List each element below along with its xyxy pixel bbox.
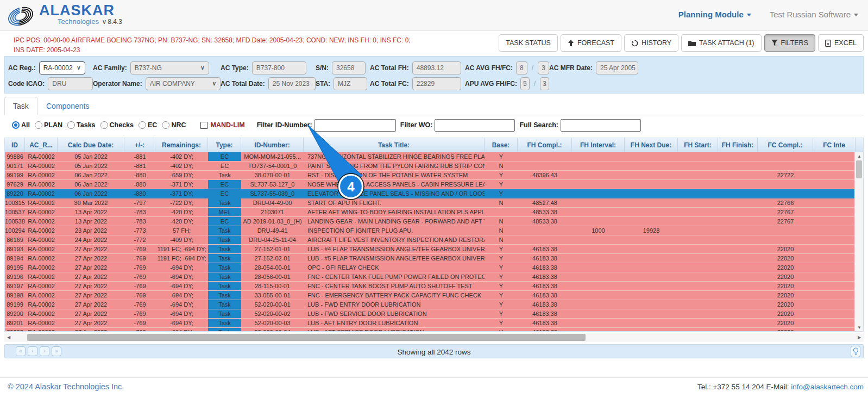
value-input[interactable]: DRU: [48, 77, 93, 90]
table-row[interactable]: 89195RA-0000227 Apr 2022-769-694 DY;Task…: [5, 263, 863, 272]
column-header-id-number[interactable]: ID-Number:: [241, 138, 304, 152]
table-row[interactable]: 97629RA-0000206 Jan 2022-880-371 DY;ECSL…: [5, 180, 863, 189]
task-attach-1-button[interactable]: TASK ATTACH (1): [681, 34, 761, 52]
column-header-fh-finish[interactable]: FH Finish:: [718, 138, 758, 152]
tab-task[interactable]: Task: [4, 97, 37, 115]
row-count-text: Showing all 2042 rows: [5, 345, 863, 359]
table-row[interactable]: 89196RA-0000227 Apr 2022-769-694 DY;Task…: [5, 272, 863, 282]
cell: Y: [485, 180, 518, 189]
column-header-calc-due-date[interactable]: Calc Due Date:: [58, 138, 124, 152]
filter-wo-input[interactable]: [435, 119, 515, 132]
radio-checks[interactable]: Checks: [100, 121, 134, 129]
table-row[interactable]: 86169RA-0000224 Apr 2022-772-409 DY;Task…: [5, 235, 863, 245]
column-header-fh-interval[interactable]: FH Interval:: [572, 138, 625, 152]
cell: [572, 198, 625, 207]
cell: -694 DY;: [155, 282, 208, 290]
value-input[interactable]: MJZ: [334, 77, 367, 90]
column-header-fc-compl[interactable]: FC Compl.:: [758, 138, 813, 152]
vertical-scrollbar[interactable]: ▲ ▼: [854, 152, 863, 331]
table-row[interactable]: 100538RA-0000213 Apr 2022-783-420 DY;ECA…: [5, 217, 863, 226]
dropdown[interactable]: RA-00002∨: [39, 61, 85, 74]
table-row[interactable]: 89199RA-0000227 Apr 2022-769-694 DY;Task…: [5, 300, 863, 309]
filters-button[interactable]: FILTERS: [764, 34, 815, 52]
email-link[interactable]: info@alaskartech.com: [791, 383, 864, 391]
table-row[interactable]: 89220RA-0000206 Jan 2022-880-371 DY;ECSL…: [5, 189, 863, 198]
radio-ec[interactable]: EC: [139, 121, 157, 129]
mand-lim-checkbox[interactable]: MAND-LIM: [200, 121, 244, 129]
tab-components[interactable]: Components: [38, 97, 97, 115]
full-search-input[interactable]: [561, 119, 641, 132]
table-row[interactable]: 89198RA-0000227 Apr 2022-769-694 DY;Task…: [5, 291, 863, 300]
column-header-id[interactable]: ID: [5, 138, 25, 152]
radio-all[interactable]: All: [12, 121, 30, 129]
column-header-fh-next-due[interactable]: FH Next Due:: [625, 138, 678, 152]
value-input[interactable]: 3: [540, 77, 549, 90]
value-input[interactable]: 48893.12: [412, 61, 461, 74]
scroll-right-icon[interactable]: ▶: [855, 333, 864, 342]
table-row[interactable]: 99199RA-0000206 Jan 2022-880-659 DY;Task…: [5, 171, 863, 180]
dropdown[interactable]: AIR COMPANY∨: [146, 77, 221, 90]
task-status-button[interactable]: TASK STATUS: [499, 34, 558, 52]
filter-id-input[interactable]: [315, 119, 396, 132]
planning-module-menu[interactable]: Planning Module: [678, 10, 751, 19]
excel-button[interactable]: xEXCEL: [818, 34, 864, 52]
cell: 27 Apr 2022: [58, 300, 124, 309]
value-input[interactable]: 5: [520, 77, 530, 90]
hint-button[interactable]: [851, 346, 860, 357]
column-header-fh-start[interactable]: FH Start:: [678, 138, 718, 152]
value-input[interactable]: 22829: [412, 77, 461, 90]
column-header-ac-r[interactable]: AC_R...: [25, 138, 58, 152]
table-row[interactable]: 89201RA-0000227 Apr 2022-769-694 DY;Task…: [5, 319, 863, 328]
table-row[interactable]: 89197RA-0000227 Apr 2022-769-694 DY;Task…: [5, 282, 863, 291]
cell: [758, 235, 813, 244]
column-header-remainings[interactable]: Remainings:: [155, 138, 208, 152]
cell: -409 DY;: [155, 235, 208, 244]
table-row[interactable]: 99886RA-0000205 Jan 2022-881-402 DY;ECMO…: [5, 152, 863, 161]
cell: [572, 291, 625, 300]
chevron-down-icon: ∨: [77, 65, 80, 71]
value-input[interactable]: 8: [516, 61, 527, 74]
table-row[interactable]: 100537RA-0000213 Apr 2022-783-420 DY;MEL…: [5, 208, 863, 217]
scroll-left-icon[interactable]: ◀: [4, 333, 13, 342]
value-input[interactable]: 25 Nov 2023: [268, 77, 316, 90]
radio-plan[interactable]: PLAN: [35, 121, 62, 129]
history-button[interactable]: HISTORY: [624, 34, 678, 52]
scroll-down-icon[interactable]: ▼: [855, 324, 864, 331]
table-row[interactable]: 89202RA-0000227 Apr 2022-769-694 DY;Task…: [5, 328, 863, 331]
horizontal-scrollbar[interactable]: ◀ ▶: [4, 333, 864, 342]
horizontal-scroll-thumb[interactable]: [27, 334, 586, 341]
table-row[interactable]: 90171RA-0000205 Jan 2022-881-402 DY;ECTO…: [5, 161, 863, 171]
column-header-fc-inte[interactable]: FC Inte: [813, 138, 856, 152]
vertical-scroll-thumb[interactable]: [856, 160, 862, 178]
cell: 90171: [5, 161, 25, 170]
cell: -880: [124, 189, 155, 198]
cell: [572, 309, 625, 318]
dropdown[interactable]: B737-NG∨: [130, 61, 209, 74]
value-input[interactable]: 32658: [332, 61, 366, 74]
table-row[interactable]: 89193RA-0000227 Apr 2022-7691191 FC; -69…: [5, 245, 863, 254]
radio-nrc[interactable]: NRC: [162, 121, 186, 129]
value-input[interactable]: B737-800: [252, 61, 306, 74]
column-header-type[interactable]: Type:: [208, 138, 241, 152]
value-input[interactable]: 3: [538, 61, 549, 74]
table-row[interactable]: 89200RA-0000227 Apr 2022-769-694 DY;Task…: [5, 309, 863, 319]
cell: EC: [208, 180, 241, 189]
table-row[interactable]: 100315RA-0000230 Mar 2022-797-722 DY;Tas…: [5, 198, 863, 208]
forecast-button[interactable]: FORECAST: [561, 34, 621, 52]
value-input[interactable]: 25 Apr 2005: [596, 61, 638, 74]
field-label: APU AVG FH/FC:: [465, 80, 517, 88]
table-row[interactable]: 100294RA-0000223 Apr 2022-77357 FH;TaskD…: [5, 226, 863, 235]
cell: -797: [124, 198, 155, 207]
cell: Y: [485, 263, 518, 272]
cell: [518, 152, 572, 161]
scroll-up-icon[interactable]: ▲: [855, 152, 864, 160]
table-row[interactable]: 89194RA-0000227 Apr 2022-7691191 FC; -69…: [5, 254, 863, 263]
radio-tasks[interactable]: Tasks: [67, 121, 96, 129]
column-header-task-title[interactable]: Task Title:: [304, 138, 485, 152]
column-header-base[interactable]: Base:: [485, 138, 518, 152]
cell: RA-00002: [25, 217, 58, 226]
column-header-[interactable]: +/-:: [124, 138, 155, 152]
user-menu[interactable]: Test Russian Software: [770, 10, 858, 19]
column-header-fh-compl[interactable]: FH Compl.:: [518, 138, 572, 152]
cell: 27 Apr 2022: [58, 254, 124, 263]
